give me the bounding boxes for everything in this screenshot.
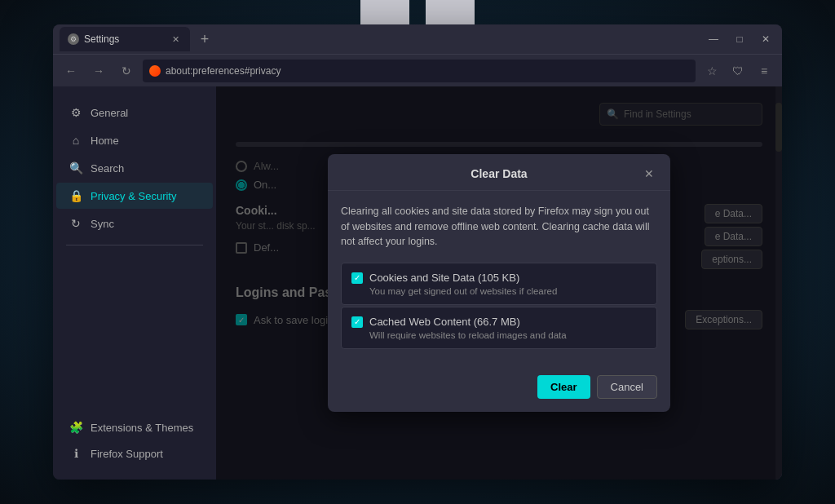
dialog-option-cookies: ✓ Cookies and Site Data (105 KB) You may… — [341, 263, 657, 305]
back-button[interactable]: ← — [60, 60, 82, 82]
address-text: about:preferences#privacy — [166, 65, 281, 77]
cookies-checkbox[interactable]: ✓ — [351, 272, 363, 284]
bookmark-button[interactable]: ☆ — [700, 60, 723, 82]
sidebar: ⚙ General ⌂ Home 🔍 Search 🔒 Privacy & Se… — [53, 86, 216, 480]
home-icon: ⌂ — [69, 134, 82, 147]
close-button[interactable]: ✕ — [756, 29, 775, 49]
clear-data-dialog: Clear Data ✕ Clearing all cookies and si… — [328, 154, 670, 412]
firefox-logo-icon — [149, 65, 161, 77]
sidebar-item-search[interactable]: 🔍 Search — [56, 155, 213, 181]
sidebar-item-home[interactable]: ⌂ Home — [56, 127, 213, 153]
lock-icon: 🔒 — [69, 189, 82, 202]
nav-bar: ← → ↻ about:preferences#privacy ☆ 🛡 ≡ — [53, 54, 782, 86]
dialog-option-cache: ✓ Cached Web Content (66.7 MB) Will requ… — [341, 307, 657, 349]
cache-checkbox[interactable]: ✓ — [351, 316, 363, 328]
dialog-close-button[interactable]: ✕ — [641, 166, 657, 182]
sidebar-label-home: Home — [91, 135, 119, 147]
title-bar: ⚙ Settings ✕ + — □ ✕ — [53, 24, 782, 54]
sidebar-label-support: Firefox Support — [91, 448, 163, 460]
dialog-title: Clear Data — [357, 167, 641, 180]
refresh-button[interactable]: ↻ — [115, 60, 138, 82]
dialog-options: ✓ Cookies and Site Data (105 KB) You may… — [341, 263, 657, 349]
new-tab-button[interactable]: + — [193, 28, 216, 51]
cookies-option-label: Cookies and Site Data (105 KB) — [369, 272, 519, 284]
dialog-header: Clear Data ✕ — [328, 154, 670, 191]
search-icon: 🔍 — [69, 161, 82, 175]
settings-content: 🔍 Find in Settings Alw... On... — [216, 86, 782, 480]
sidebar-divider — [66, 245, 203, 245]
active-tab[interactable]: ⚙ Settings ✕ — [60, 27, 190, 51]
forward-button[interactable]: → — [87, 60, 110, 82]
cancel-button[interactable]: Cancel — [597, 375, 657, 399]
menu-button[interactable]: ≡ — [753, 60, 775, 82]
minimize-button[interactable]: — — [704, 29, 723, 49]
sidebar-item-extensions[interactable]: 🧩 Extensions & Themes — [56, 414, 213, 440]
clear-button[interactable]: Clear — [537, 375, 590, 399]
sidebar-item-privacy[interactable]: 🔒 Privacy & Security — [56, 183, 213, 209]
dialog-footer: Clear Cancel — [328, 375, 670, 412]
address-bar[interactable]: about:preferences#privacy — [143, 60, 696, 82]
sidebar-item-sync[interactable]: ↻ Sync — [56, 210, 213, 237]
cookies-option-sublabel: You may get signed out of websites if cl… — [369, 286, 647, 296]
sidebar-item-general[interactable]: ⚙ General — [56, 99, 213, 126]
sidebar-label-extensions: Extensions & Themes — [91, 422, 193, 434]
shield-button[interactable]: 🛡 — [727, 60, 749, 82]
sidebar-label-general: General — [91, 107, 128, 119]
cache-option-sublabel: Will require websites to reload images a… — [369, 330, 647, 340]
dialog-overlay: Clear Data ✕ Clearing all cookies and si… — [216, 86, 782, 480]
dialog-option-cache-row: ✓ Cached Web Content (66.7 MB) — [351, 316, 647, 328]
tab-label: Settings — [84, 33, 119, 45]
main-content: ⚙ General ⌂ Home 🔍 Search 🔒 Privacy & Se… — [53, 86, 782, 480]
dialog-body: Clearing all cookies and site data store… — [328, 191, 670, 375]
gear-icon: ⚙ — [69, 106, 82, 119]
sidebar-item-support[interactable]: ℹ Firefox Support — [56, 440, 213, 466]
cache-option-label: Cached Web Content (66.7 MB) — [369, 316, 520, 328]
dialog-description: Clearing all cookies and site data store… — [341, 204, 657, 250]
info-icon: ℹ — [69, 447, 82, 460]
extensions-icon: 🧩 — [69, 421, 82, 434]
window-controls: — □ ✕ — [704, 29, 775, 49]
sidebar-bottom: 🧩 Extensions & Themes ℹ Firefox Support — [53, 414, 216, 466]
nav-right: ☆ 🛡 ≡ — [700, 60, 775, 82]
sidebar-label-privacy: Privacy & Security — [91, 190, 176, 202]
dialog-option-cookies-row: ✓ Cookies and Site Data (105 KB) — [351, 272, 647, 284]
browser-window: ⚙ Settings ✕ + — □ ✕ ← → ↻ about:prefere… — [53, 24, 782, 480]
tab-icon: ⚙ — [68, 33, 79, 45]
sidebar-label-search: Search — [91, 162, 124, 175]
sidebar-label-sync: Sync — [91, 218, 114, 230]
maximize-button[interactable]: □ — [730, 29, 749, 49]
tab-close-button[interactable]: ✕ — [169, 33, 182, 46]
sync-icon: ↻ — [69, 217, 82, 230]
